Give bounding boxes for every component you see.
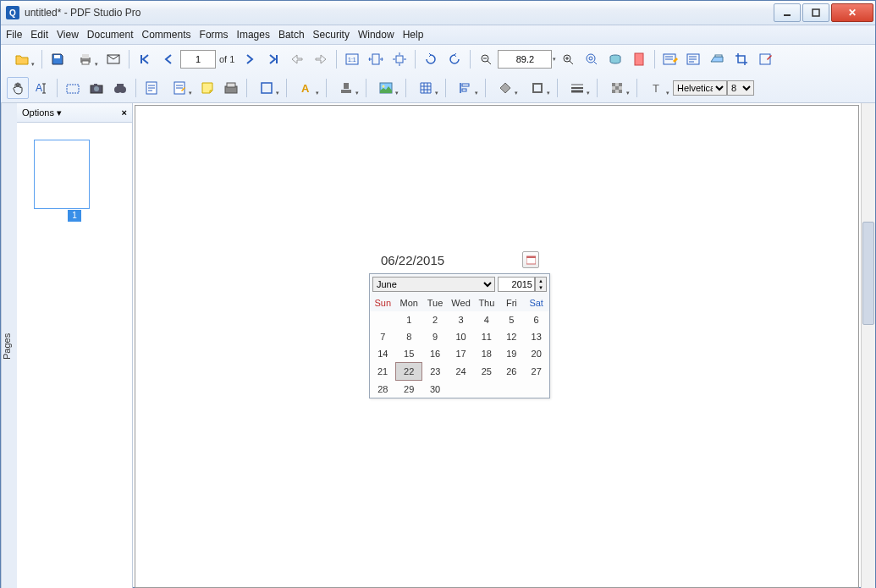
zoom-input[interactable] [498,50,552,69]
document-page[interactable]: 06/22/2015 June ▲▼ Sun Mon [135,105,859,588]
page-thumbnail[interactable] [34,140,90,209]
view-single-button[interactable] [628,48,650,70]
menu-file[interactable]: File [6,29,22,41]
date-field[interactable]: 06/22/2015 [381,251,539,268]
menu-view[interactable]: View [57,29,79,41]
calendar-day[interactable]: 22 [396,363,422,381]
content-edit-button[interactable] [683,48,705,70]
transparency-button[interactable] [602,77,632,99]
calendar-day[interactable]: 17 [448,345,474,363]
month-select[interactable]: June [372,277,495,292]
scan-button[interactable] [707,48,729,70]
typewriter-button[interactable] [220,77,242,99]
menu-window[interactable]: Window [358,29,394,41]
next-page-button[interactable] [239,48,261,70]
pages-tab[interactable]: Pages [1,103,17,588]
calendar-day[interactable]: 25 [474,363,499,381]
calendar-day[interactable]: 5 [499,311,524,328]
note-button[interactable] [140,77,163,99]
align-button[interactable] [450,77,481,99]
email-button[interactable] [102,48,124,70]
rotate-cw-button[interactable] [444,48,466,70]
line-width-button[interactable] [562,77,592,99]
calendar-day[interactable]: 20 [524,345,549,363]
sticky-note-button[interactable] [196,77,218,99]
calendar-day[interactable]: 28 [370,381,396,398]
menu-batch[interactable]: Batch [278,29,305,41]
prev-page-button[interactable] [157,48,179,70]
menu-forms[interactable]: Forms [200,29,229,41]
calendar-day[interactable]: 3 [448,311,474,328]
calendar-day[interactable]: 19 [499,345,524,363]
menu-document[interactable]: Document [87,29,134,41]
fill-color-button[interactable] [490,77,521,99]
vertical-scrollbar[interactable] [861,103,875,588]
zoom-out-button[interactable] [475,48,497,70]
menu-comments[interactable]: Comments [142,29,191,41]
binoculars-icon[interactable] [109,77,131,99]
image-button[interactable] [371,77,401,99]
fit-width-button[interactable] [365,48,387,70]
calendar-icon[interactable] [522,251,539,268]
year-input[interactable] [498,277,535,292]
font-select[interactable]: Helvetica [673,80,727,96]
scrollbar-thumb[interactable] [862,222,874,325]
line-color-button[interactable] [522,77,553,99]
stamp-cylinder-icon[interactable] [604,48,626,70]
snapshot-button[interactable] [62,77,84,99]
print-button[interactable] [70,48,101,70]
open-button[interactable] [7,48,37,70]
maximize-button[interactable] [802,3,829,22]
last-page-button[interactable] [262,48,284,70]
calendar-day[interactable]: 23 [422,363,448,381]
menu-help[interactable]: Help [403,29,424,41]
menu-edit[interactable]: Edit [30,29,48,41]
form-edit-button[interactable] [659,48,681,70]
calendar-day[interactable]: 2 [422,311,448,328]
grid-button[interactable] [410,77,441,99]
actual-size-button[interactable]: 1:1 [341,48,363,70]
close-panel-button[interactable]: × [122,107,127,118]
calendar-day[interactable]: 21 [370,363,396,381]
redact-button[interactable] [754,48,776,70]
calendar-day[interactable]: 9 [422,328,448,345]
calendar-day[interactable]: 13 [524,328,549,345]
calendar-day[interactable]: 12 [499,328,524,345]
calendar-day[interactable]: 11 [474,328,499,345]
calendar-day[interactable]: 18 [474,345,499,363]
font-size-select[interactable]: 8 [727,80,754,96]
year-spinner[interactable]: ▲▼ [535,277,547,292]
calendar-day[interactable]: 4 [474,311,499,328]
calendar-day[interactable]: 16 [422,345,448,363]
minimize-button[interactable] [774,3,801,22]
calendar-day[interactable]: 15 [396,345,422,363]
menu-images[interactable]: Images [237,29,270,41]
crop-button[interactable] [730,48,752,70]
fit-page-button[interactable] [388,48,410,70]
save-button[interactable] [47,48,69,70]
first-page-button[interactable] [134,48,156,70]
camera-button[interactable] [85,77,107,99]
zoom-dropdown-icon[interactable]: ▾ [553,56,556,63]
calendar-day[interactable]: 6 [524,311,549,328]
text-select-button[interactable]: A [30,77,52,99]
calendar-day[interactable]: 7 [370,328,396,345]
next-view-button[interactable] [310,48,332,70]
rotate-ccw-button[interactable] [420,48,442,70]
calendar-day[interactable]: 24 [448,363,474,381]
hand-tool-button[interactable] [7,77,29,99]
page-input[interactable] [180,50,216,69]
calendar-day[interactable]: 29 [396,381,422,398]
calendar-day[interactable]: 14 [370,345,396,363]
prev-view-button[interactable] [286,48,308,70]
text-note-button[interactable] [164,77,195,99]
shape-button[interactable] [251,77,282,99]
text-style-button[interactable]: A [291,77,322,99]
calendar-day[interactable]: 26 [499,363,524,381]
options-menu[interactable]: Options ▾ [22,107,62,118]
menu-security[interactable]: Security [313,29,350,41]
calendar-day[interactable]: 1 [396,311,422,328]
text-tool-button[interactable]: T [642,77,672,99]
calendar-day[interactable]: 27 [524,363,549,381]
zoom-in-button[interactable] [557,48,579,70]
